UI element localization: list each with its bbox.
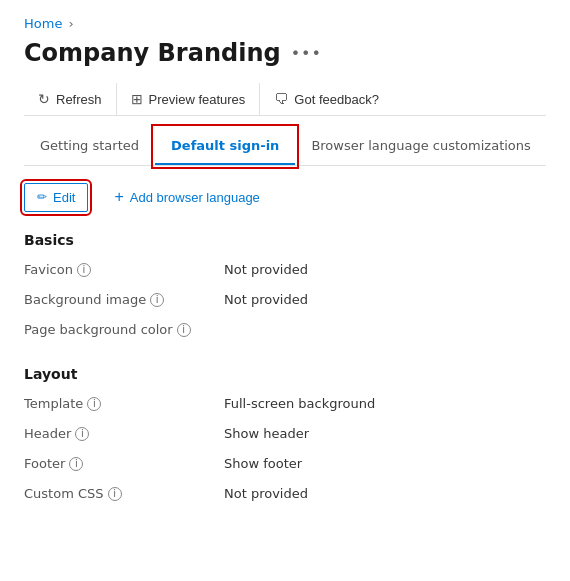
tab-browser-lang[interactable]: Browser language customizations (295, 128, 546, 165)
page-header: Company Branding ••• (24, 39, 546, 67)
action-bar: ✏ Edit + Add browser language (24, 182, 546, 212)
background-image-row: Background image i Not provided (24, 292, 546, 312)
breadcrumb-home[interactable]: Home (24, 16, 62, 31)
background-image-value: Not provided (224, 292, 308, 307)
edit-label: Edit (53, 190, 75, 205)
basics-section: Basics Favicon i Not provided Background… (24, 232, 546, 342)
preview-features-button[interactable]: ⊞ Preview features (117, 83, 261, 115)
header-info-icon[interactable]: i (75, 427, 89, 441)
preview-icon: ⊞ (131, 91, 143, 107)
preview-label: Preview features (149, 92, 246, 107)
footer-value: Show footer (224, 456, 302, 471)
edit-button[interactable]: ✏ Edit (24, 183, 88, 212)
template-info-icon[interactable]: i (87, 397, 101, 411)
header-row: Header i Show header (24, 426, 546, 446)
page-bg-color-row: Page background color i (24, 322, 546, 342)
feedback-label: Got feedback? (294, 92, 379, 107)
breadcrumb: Home › (24, 16, 546, 31)
custom-css-row: Custom CSS i Not provided (24, 486, 546, 506)
custom-css-value: Not provided (224, 486, 308, 501)
background-image-info-icon[interactable]: i (150, 293, 164, 307)
layout-title: Layout (24, 366, 546, 382)
tabs-container: Getting started Default sign-in Browser … (24, 128, 546, 166)
feedback-button[interactable]: 🗨 Got feedback? (260, 83, 393, 115)
page-bg-color-label: Page background color i (24, 322, 224, 337)
custom-css-info-icon[interactable]: i (108, 487, 122, 501)
favicon-value: Not provided (224, 262, 308, 277)
favicon-info-icon[interactable]: i (77, 263, 91, 277)
refresh-label: Refresh (56, 92, 102, 107)
layout-section: Layout Template i Full-screen background… (24, 366, 546, 506)
add-browser-language-button[interactable]: + Add browser language (104, 182, 269, 212)
toolbar: ↻ Refresh ⊞ Preview features 🗨 Got feedb… (24, 83, 546, 116)
page-bg-color-info-icon[interactable]: i (177, 323, 191, 337)
footer-row: Footer i Show footer (24, 456, 546, 476)
refresh-icon: ↻ (38, 91, 50, 107)
feedback-icon: 🗨 (274, 91, 288, 107)
template-label: Template i (24, 396, 224, 411)
footer-label: Footer i (24, 456, 224, 471)
template-row: Template i Full-screen background (24, 396, 546, 416)
refresh-button[interactable]: ↻ Refresh (24, 83, 117, 115)
footer-info-icon[interactable]: i (69, 457, 83, 471)
custom-css-label: Custom CSS i (24, 486, 224, 501)
more-options-icon[interactable]: ••• (291, 44, 322, 63)
favicon-row: Favicon i Not provided (24, 262, 546, 282)
breadcrumb-separator: › (68, 16, 73, 31)
header-label: Header i (24, 426, 224, 441)
page-title: Company Branding (24, 39, 281, 67)
basics-title: Basics (24, 232, 546, 248)
add-browser-label: Add browser language (130, 190, 260, 205)
background-image-label: Background image i (24, 292, 224, 307)
add-icon: + (114, 188, 123, 206)
tab-default-sign-in[interactable]: Default sign-in (155, 128, 295, 165)
edit-icon: ✏ (37, 190, 47, 204)
tab-getting-started[interactable]: Getting started (24, 128, 155, 165)
header-value: Show header (224, 426, 309, 441)
template-value: Full-screen background (224, 396, 375, 411)
favicon-label: Favicon i (24, 262, 224, 277)
